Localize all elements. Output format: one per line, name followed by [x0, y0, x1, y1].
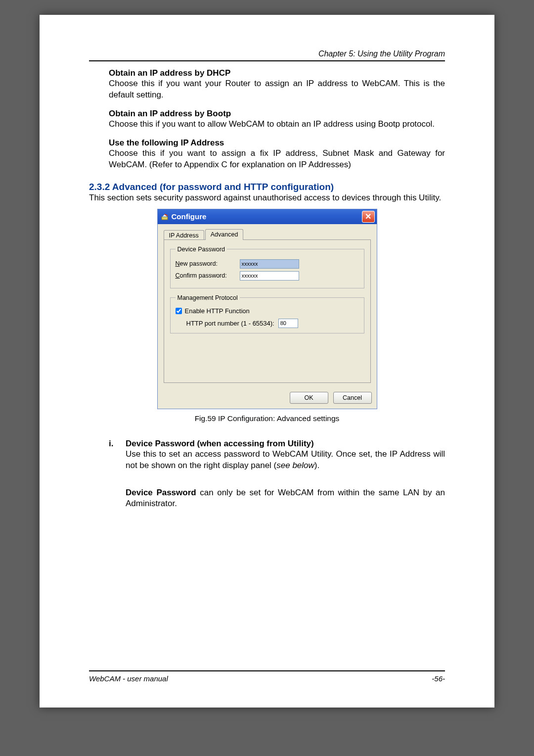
heading-dhcp: Obtain an IP address by DHCP — [109, 68, 445, 78]
footer-manual-name: WebCAM - user manual — [89, 674, 168, 683]
ok-button[interactable]: OK — [290, 392, 328, 404]
app-icon — [161, 213, 169, 221]
tab-advanced[interactable]: Advanced — [205, 229, 244, 240]
checkbox-enable-http[interactable] — [176, 308, 182, 314]
para-bootp: Choose this if you want to allow WebCAM … — [109, 119, 445, 130]
input-confirm-password[interactable]: xxxxxx — [240, 271, 299, 281]
chapter-header: Chapter 5: Using the Utility Program — [89, 49, 445, 60]
tab-strip: IP Address Advanced — [164, 229, 371, 240]
input-new-password[interactable]: xxxxxx — [240, 259, 299, 269]
legend-management-protocol: Management Protocol — [176, 294, 240, 301]
para-fixed-ip: Choose this if you want to assign a fix … — [109, 148, 445, 171]
legend-device-password: Device Password — [176, 246, 227, 253]
heading-bootp: Obtain an IP address by Bootp — [109, 109, 445, 119]
cancel-button[interactable]: Cancel — [333, 392, 372, 404]
heading-2-3-2: 2.3.2 Advanced (for password and HTTP co… — [89, 182, 445, 192]
para-dhcp: Choose this if you want your Router to a… — [109, 78, 445, 101]
footer-rule — [89, 670, 445, 671]
title-bar: Configure ✕ — [158, 209, 377, 224]
close-icon: ✕ — [365, 213, 371, 221]
dialog-title: Configure — [172, 212, 207, 221]
figure-caption: Fig.59 IP Configuration: Advanced settin… — [89, 414, 445, 423]
document-page: Chapter 5: Using the Utility Program Obt… — [40, 15, 494, 708]
label-http-port: HTTP port number (1 - 65534): — [186, 320, 274, 327]
tab-panel-advanced: Device Password New password: xxxxxx Con… — [164, 239, 371, 383]
item-i-note: Device Password can only be set for WebC… — [126, 487, 445, 510]
group-device-password: Device Password New password: xxxxxx Con… — [170, 246, 364, 288]
heading-fixed-ip: Use the following IP Address — [109, 138, 445, 148]
item-i-heading: i. Device Password (when accessing from … — [109, 439, 445, 449]
tab-ip-address[interactable]: IP Address — [164, 230, 204, 240]
label-enable-http: Enable HTTP Function — [185, 307, 250, 315]
intro-2-3-2: This section sets security password agai… — [89, 192, 445, 204]
label-confirm-password: Confirm password: — [176, 272, 240, 279]
footer-page-number: -56- — [432, 674, 445, 683]
close-button[interactable]: ✕ — [362, 211, 375, 223]
group-management-protocol: Management Protocol Enable HTTP Function… — [170, 294, 364, 333]
label-new-password: New password: — [176, 260, 240, 267]
item-i-body: Use this to set an access password to We… — [126, 449, 445, 472]
configure-dialog: Configure ✕ IP Address Advanced Device P… — [157, 209, 377, 409]
svg-rect-0 — [162, 217, 168, 220]
header-rule — [89, 60, 445, 61]
input-http-port[interactable]: 80 — [278, 319, 298, 328]
